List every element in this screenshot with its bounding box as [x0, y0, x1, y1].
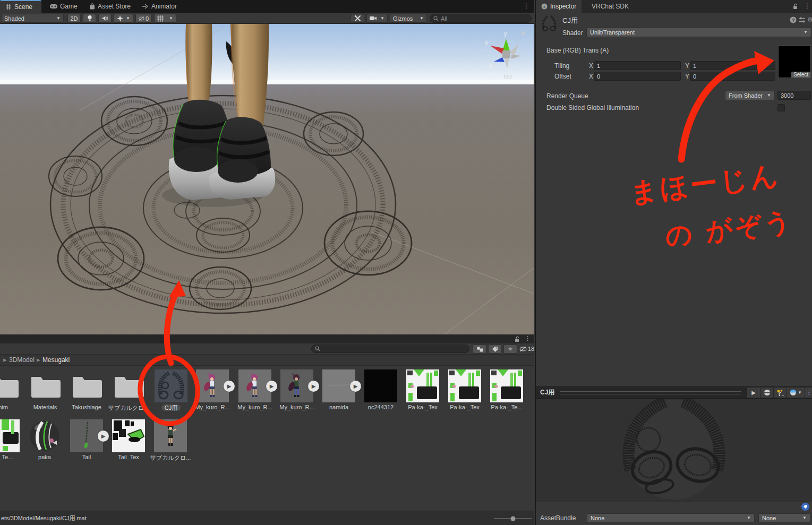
lock-icon[interactable] [520, 29, 527, 36]
breadcrumb-3dmodel[interactable]: 3DModel [9, 356, 35, 364]
asset-tile[interactable]: ▶ Tail [70, 419, 104, 460]
kebab-menu-icon[interactable]: ⋮ [523, 2, 529, 10]
scene-camera-button[interactable]: ▼ [366, 14, 388, 23]
assetbundle-tag-icon[interactable] [801, 503, 809, 511]
tab-animator[interactable]: Animator [136, 0, 182, 13]
asset-tile[interactable]: Materials [28, 369, 62, 410]
scene-effects-button[interactable]: ▼ [114, 14, 133, 23]
base-texture-well[interactable]: Select [778, 45, 811, 78]
lock-icon[interactable] [792, 3, 799, 10]
chevron-down-icon: ▼ [802, 516, 807, 520]
shader-dropdown[interactable]: Unlit/Transparent ▼ [586, 28, 811, 37]
2d-toggle-button[interactable]: 2D [67, 14, 81, 23]
gear-icon[interactable]: ⚙ [807, 16, 812, 23]
search-icon [315, 346, 320, 351]
asset-tile[interactable]: Takushiage [70, 369, 104, 410]
scene-audio-button[interactable] [98, 14, 112, 23]
preview-kebab-icon[interactable]: ⋮ [805, 388, 812, 398]
asset-tile[interactable]: ▶ My_kuro_R... [238, 369, 272, 410]
view-tools-button[interactable] [351, 14, 364, 23]
asset-tile[interactable]: Pa-ka-_Tex [448, 369, 482, 410]
kebab-menu-icon[interactable]: ⋮ [804, 2, 810, 10]
asset-tile[interactable]: サブカルクロ... [153, 419, 187, 462]
thumbnail-size-slider[interactable] [494, 516, 532, 521]
play-badge-icon[interactable]: ▶ [266, 381, 277, 392]
chevron-down-icon: ▼ [767, 93, 771, 98]
asset-tile[interactable]: a-_Te... [0, 419, 20, 460]
preview-play-button[interactable]: ▶ [747, 388, 760, 398]
tiling-x-field[interactable]: 1 [594, 61, 681, 70]
assetbundle-variant-dropdown[interactable]: None ▼ [758, 513, 810, 523]
shopping-bag-icon [89, 3, 95, 10]
preview-lighting-button[interactable] [773, 388, 787, 398]
tab-asset-store[interactable]: Asset Store [84, 0, 136, 13]
asset-tile[interactable]: paka [28, 419, 62, 460]
chevron-down-icon: ▼ [126, 16, 130, 21]
tiling-y-field[interactable]: 1 [690, 61, 775, 70]
shading-mode-dropdown[interactable]: Shaded ▼ [1, 14, 64, 23]
asset-tile[interactable]: サブカルクロ... [112, 369, 146, 412]
assetbundle-dropdown[interactable]: None ▼ [587, 513, 755, 523]
project-search-input[interactable] [311, 345, 469, 353]
asset-tile[interactable]: Pa-ka-_Tex [406, 369, 440, 410]
asset-tile-cj-material[interactable]: CJ用 [154, 369, 188, 412]
asset-tile[interactable]: Tail_Tex [112, 419, 146, 460]
help-icon[interactable]: ? [790, 16, 797, 25]
texture-select-button[interactable]: Select [791, 72, 810, 78]
scene-search-input[interactable]: All [430, 14, 532, 23]
double-sided-gi-checkbox[interactable] [777, 104, 785, 111]
assetbundle-label: AssetBundle [540, 514, 576, 522]
kebab-menu-icon[interactable]: ⋮ [525, 335, 531, 342]
asset-tile[interactable]: Pa-ka-_Te... [490, 369, 524, 410]
preview-shape-button[interactable] [760, 388, 773, 398]
tab-inspector[interactable]: i Inspector [536, 0, 582, 13]
play-badge-icon[interactable]: ▶ [350, 381, 361, 392]
chevron-down-icon: ▼ [747, 516, 751, 520]
favorites-button[interactable]: ★ [503, 345, 517, 354]
hidden-objects-button[interactable]: 0 [135, 14, 152, 23]
material-preview-area[interactable] [536, 399, 812, 502]
material-preview-header[interactable]: CJ用 ▶ ▼ ⋮ [536, 386, 812, 399]
gamepad-icon [50, 4, 57, 9]
info-icon: i [541, 3, 548, 10]
gizmos-dropdown[interactable]: Gizmos ▼ [390, 14, 427, 23]
preview-render-mode-button[interactable]: ▼ [787, 388, 805, 398]
filter-by-label-button[interactable] [488, 345, 502, 354]
offset-y-field[interactable]: 0 [690, 72, 775, 81]
render-queue-value-field[interactable]: 3000 [777, 91, 811, 100]
breadcrumb-mesugaki[interactable]: Mesugaki [42, 356, 70, 364]
asset-tile[interactable]: ▶ namida [322, 369, 356, 410]
scene-lighting-button[interactable] [83, 14, 96, 23]
offset-x-field[interactable]: 0 [594, 72, 681, 81]
offset-y-axis-label: Y [685, 73, 689, 80]
texture-thumbnail [112, 419, 145, 452]
tab-scene[interactable]: Scene [0, 0, 41, 13]
asset-tile[interactable]: nc244312 [364, 369, 398, 410]
play-badge-icon[interactable]: ▶ [224, 381, 235, 392]
projection-mode-label[interactable]: Iso [503, 73, 512, 80]
play-badge-icon[interactable]: ▶ [308, 381, 319, 392]
play-badge-icon[interactable]: ▶ [98, 431, 109, 442]
lock-icon[interactable] [514, 336, 520, 342]
unity-editor-window: Scene Game Asset Store Animator ⋮ Shaded… [0, 0, 812, 525]
tab-vrchat-sdk[interactable]: VRChat SDK [586, 0, 634, 13]
material-sphere-thumbnail [28, 419, 61, 452]
asset-tile[interactable]: ▶ My_kuro_R... [195, 369, 229, 410]
scene-grid-icon [5, 4, 12, 10]
svg-text:?: ? [792, 18, 795, 23]
grid-visibility-button[interactable]: ▼ [154, 14, 176, 23]
scene-viewport[interactable]: y x z Iso [0, 24, 534, 334]
presets-icon[interactable] [799, 16, 806, 25]
scene-tab-bar: Scene Game Asset Store Animator ⋮ [0, 0, 534, 13]
project-panel-header: ⋮ [0, 334, 534, 343]
hidden-count-indicator[interactable]: 18 [519, 346, 534, 352]
asset-tile[interactable]: ▶ My_kuro_R... [280, 369, 314, 410]
asset-tile[interactable]: nim [0, 369, 20, 410]
tab-game[interactable]: Game [45, 0, 83, 13]
filter-by-type-button[interactable] [473, 345, 486, 354]
effects-icon [117, 15, 123, 22]
selected-asset-label: CJ用 [150, 404, 192, 412]
preview-drag-handle[interactable] [560, 391, 741, 394]
render-queue-dropdown[interactable]: From Shader ▼ [725, 91, 775, 100]
filter-by-type-icon [476, 346, 483, 352]
